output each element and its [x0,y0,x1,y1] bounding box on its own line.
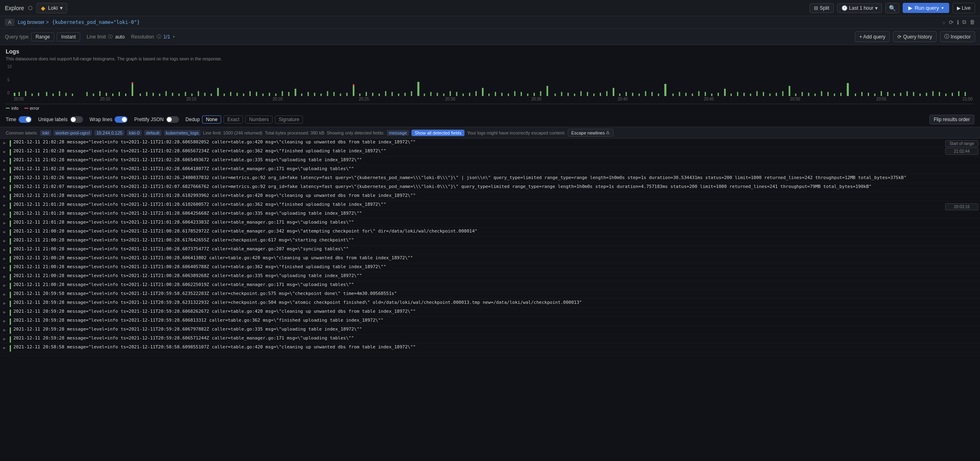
ts1: Start of range [945,140,978,147]
svg-rect-88 [593,94,594,96]
flip-results-button[interactable]: Flip results order [929,115,974,124]
log-line[interactable]: ▶ 2021-12-11 21:00:28 message="level=inf… [0,237,980,245]
svg-rect-3 [32,94,33,96]
log-line[interactable]: ▶ 2021-12-11 20:59:28 message="level=inf… [0,335,980,344]
svg-rect-40 [282,91,283,96]
run-query-button[interactable]: ▶ Run query ▾ [903,3,949,13]
split-button[interactable]: ⊟ Split [810,3,833,13]
svg-rect-99 [665,84,667,96]
svg-rect-2 [25,91,26,96]
dedup-signature[interactable]: Signature [275,115,303,124]
log-line[interactable]: ▶ 2021-12-11 21:02:26 message="level=inf… [0,174,980,183]
log-line[interactable]: ▶ 2021-12-11 20:59:28 message="level=inf… [0,299,980,308]
svg-rect-56 [385,91,386,96]
svg-rect-129 [861,92,863,96]
svg-rect-128 [855,94,856,96]
live-button[interactable]: ▶ Live [952,3,975,13]
svg-rect-9 [72,94,73,96]
star-icon[interactable]: ☆ [942,19,946,26]
expand-icon: ▶ [3,318,7,325]
navbar-left: Explore ⬡ ◆ Loki ▾ [5,3,805,13]
expand-icon: ▶ [3,256,7,263]
log-line[interactable]: ▶ 2021-12-11 21:01:28 message="level=inf… [0,210,980,219]
log-line[interactable]: ▶ 2021-12-11 20:59:28 message="level=inf… [0,317,980,326]
log-level-bar [10,211,11,218]
chart-svg [6,64,974,96]
log-line[interactable]: ▶ 2021-12-11 21:00:28 message="level=inf… [0,254,980,263]
svg-rect-108 [724,89,726,96]
time-toggle[interactable] [19,116,32,123]
log-line[interactable]: ▶ 2021-12-11 21:01:28 message="level=inf… [0,219,980,228]
log-container[interactable]: Start of range 21:02:44 20:03:16 ▶ 2021-… [0,139,980,461]
logs-title: Logs [0,45,980,56]
dedup-exact[interactable]: Exact [224,115,243,124]
datasource-selector[interactable]: ◆ Loki ▾ [36,3,67,13]
svg-rect-55 [379,94,380,96]
escape-newlines-button[interactable]: Escape newlines ⚠ [568,129,614,137]
log-line[interactable]: ▶ 2021-12-11 21:02:28 message="level=inf… [0,165,980,174]
history-icon[interactable]: ⟳ [949,19,954,26]
dedup-none[interactable]: None [202,115,221,124]
log-line[interactable]: ▶ 2021-12-11 21:02:07 message="level=inf… [0,183,980,192]
svg-rect-31 [224,94,225,96]
log-line[interactable]: ▶ 2021-12-11 21:00:28 message="level=inf… [0,245,980,254]
show-all-fields-button[interactable]: Show all detected fields [411,130,465,136]
error-legend-label: error [30,106,39,111]
unique-labels-toggle[interactable] [70,116,83,123]
log-line[interactable]: ▶ 2021-12-11 20:59:58 message="level=inf… [0,290,980,299]
log-line[interactable]: ▶ 2021-12-11 21:00:28 message="level=inf… [0,228,980,237]
inspector-button[interactable]: ⓘ Inspector [940,31,975,42]
log-line[interactable]: ▶ 2021-12-11 21:00:28 message="level=inf… [0,272,980,281]
log-line[interactable]: ▶ 2021-12-11 20:58:58 message="level=inf… [0,344,980,352]
svg-rect-126 [840,93,842,96]
legend-info: info [6,106,19,111]
line-limit-label: Line limit [87,34,106,40]
prettify-json-toggle[interactable] [166,116,179,123]
duplicate-icon[interactable]: ⧉ [962,19,966,26]
expand-icon: ▶ [3,166,7,173]
svg-rect-60 [411,91,412,96]
log-line[interactable]: ▶ 2021-12-11 21:01:28 message="level=inf… [0,192,980,201]
chevron-down-icon: ▾ [942,6,944,10]
range-button[interactable]: Range [31,32,54,41]
add-query-button[interactable]: + Add query [855,31,890,42]
svg-rect-41 [288,92,290,96]
svg-rect-18 [140,94,141,96]
svg-rect-39 [275,94,277,96]
expand-icon: ▶ [3,309,7,316]
prettify-json-toggle-group: Prettify JSON [134,116,179,123]
log-line[interactable]: ▶ 2021-12-11 21:02:28 message="level=inf… [0,156,980,165]
wrap-lines-toggle[interactable] [115,116,128,123]
log-line[interactable]: ▶ 2021-12-11 20:59:28 message="level=inf… [0,308,980,317]
svg-rect-28 [204,93,205,96]
expand-icon: ▶ [3,140,7,147]
svg-rect-25 [185,92,186,96]
log-line[interactable]: ▶ 2021-12-11 21:02:28 message="level=inf… [0,147,980,156]
unique-labels-label: Unique labels [38,117,68,122]
share-icon[interactable]: ⬡ [28,5,32,11]
log-line[interactable]: ▶ 2021-12-11 21:01:28 message="level=inf… [0,201,980,210]
svg-rect-136 [907,91,908,96]
svg-rect-53 [366,92,367,96]
delete-icon[interactable]: 🗑 [969,19,975,26]
log-line[interactable]: ▶ 2021-12-11 21:02:28 message="level=inf… [0,139,980,147]
log-line[interactable]: ▶ 2021-12-11 21:00:28 message="level=inf… [0,263,980,272]
dedup-numbers[interactable]: Numbers [245,115,273,124]
query-input[interactable] [52,19,939,25]
query-history-button[interactable]: ⟳ Query history [893,31,936,42]
instant-button[interactable]: Instant [57,32,80,41]
x-label-2040: 20:40 [618,97,628,101]
log-line[interactable]: ▶ 2021-12-11 21:00:28 message="level=inf… [0,281,980,290]
log-text: 2021-12-11 20:59:28 message="level=info … [13,317,980,324]
log-text: 2021-12-11 21:02:28 message="level=info … [13,166,980,173]
svg-rect-82 [554,94,556,96]
log-text: 2021-12-11 21:00:28 message="level=info … [13,246,980,253]
svg-rect-17 [132,84,133,96]
zoom-out-button[interactable]: 🔍 [885,3,899,13]
resolution-value[interactable]: 1/1 [164,34,170,40]
line-limit-info: Line limit: 1000 (246 returned) [203,130,262,135]
log-line[interactable]: ▶ 2021-12-11 20:59:28 message="level=inf… [0,326,980,335]
log-browser-link[interactable]: Log browser > [18,19,49,25]
svg-rect-12 [99,91,100,96]
time-range-selector[interactable]: 🕐 Last 1 hour ▾ [837,3,882,13]
